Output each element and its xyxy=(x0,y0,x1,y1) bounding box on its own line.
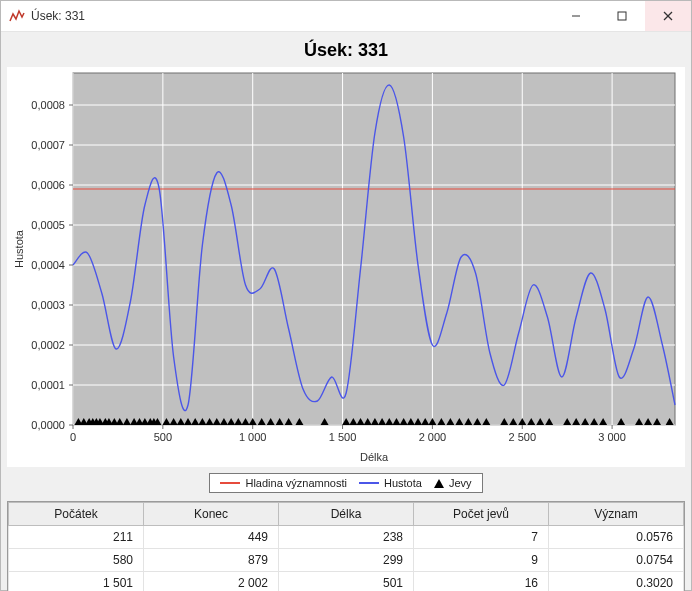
maximize-button[interactable] xyxy=(599,1,645,31)
cell-count: 16 xyxy=(414,572,549,592)
svg-text:3 000: 3 000 xyxy=(598,431,626,443)
triangle-swatch xyxy=(434,479,444,488)
table-row[interactable]: 21144923870.0576 xyxy=(9,526,684,549)
table-row[interactable]: 1 5012 002501160.3020 xyxy=(9,572,684,592)
minimize-button[interactable] xyxy=(553,1,599,31)
cell-start: 580 xyxy=(9,549,144,572)
chart-svg: 05001 0001 5002 0002 5003 0000,00000,000… xyxy=(7,67,685,467)
results-table: Počátek Konec Délka Počet jevů Význam 21… xyxy=(7,501,685,591)
svg-text:2 500: 2 500 xyxy=(508,431,536,443)
col-signif[interactable]: Význam xyxy=(549,503,684,526)
cell-start: 211 xyxy=(9,526,144,549)
legend-box: Hladina významnosti Hustota Jevy xyxy=(209,473,482,493)
table-header-row: Počátek Konec Délka Počet jevů Význam xyxy=(9,503,684,526)
svg-text:0,0005: 0,0005 xyxy=(31,219,65,231)
svg-text:0,0000: 0,0000 xyxy=(31,419,65,431)
svg-text:0,0003: 0,0003 xyxy=(31,299,65,311)
cell-signif: 0.0754 xyxy=(549,549,684,572)
titlebar[interactable]: Úsek: 331 xyxy=(1,1,691,32)
col-length[interactable]: Délka xyxy=(279,503,414,526)
svg-text:2 000: 2 000 xyxy=(419,431,447,443)
svg-text:Hustota: Hustota xyxy=(13,229,25,268)
chart-title: Úsek: 331 xyxy=(7,40,685,61)
line-swatch-red xyxy=(220,482,240,484)
svg-text:0,0002: 0,0002 xyxy=(31,339,65,351)
cell-length: 299 xyxy=(279,549,414,572)
chart: 05001 0001 5002 0002 5003 0000,00000,000… xyxy=(7,67,685,467)
svg-text:0,0004: 0,0004 xyxy=(31,259,65,271)
svg-text:1 500: 1 500 xyxy=(329,431,357,443)
close-button[interactable] xyxy=(645,1,691,31)
line-swatch-blue xyxy=(359,482,379,484)
svg-text:0: 0 xyxy=(70,431,76,443)
legend-events-label: Jevy xyxy=(449,477,472,489)
legend-events: Jevy xyxy=(434,477,472,489)
legend-density-label: Hustota xyxy=(384,477,422,489)
svg-text:0,0006: 0,0006 xyxy=(31,179,65,191)
legend-density: Hustota xyxy=(359,477,422,489)
app-icon xyxy=(9,8,25,24)
legend: Hladina významnosti Hustota Jevy xyxy=(7,471,685,497)
svg-text:Délka: Délka xyxy=(360,451,389,463)
cell-count: 9 xyxy=(414,549,549,572)
cell-signif: 0.0576 xyxy=(549,526,684,549)
svg-text:0,0001: 0,0001 xyxy=(31,379,65,391)
svg-text:500: 500 xyxy=(154,431,172,443)
table-row[interactable]: 58087929990.0754 xyxy=(9,549,684,572)
cell-end: 2 002 xyxy=(144,572,279,592)
cell-count: 7 xyxy=(414,526,549,549)
cell-length: 501 xyxy=(279,572,414,592)
app-window: Úsek: 331 Úsek: 331 05001 0001 5002 0002… xyxy=(0,0,692,591)
col-start[interactable]: Počátek xyxy=(9,503,144,526)
cell-signif: 0.3020 xyxy=(549,572,684,592)
cell-end: 879 xyxy=(144,549,279,572)
cell-length: 238 xyxy=(279,526,414,549)
svg-text:0,0007: 0,0007 xyxy=(31,139,65,151)
content-area: Úsek: 331 05001 0001 5002 0002 5003 0000… xyxy=(1,32,691,591)
legend-threshold: Hladina významnosti xyxy=(220,477,347,489)
col-count[interactable]: Počet jevů xyxy=(414,503,549,526)
cell-end: 449 xyxy=(144,526,279,549)
svg-text:0,0008: 0,0008 xyxy=(31,99,65,111)
window-title: Úsek: 331 xyxy=(31,9,85,23)
col-end[interactable]: Konec xyxy=(144,503,279,526)
cell-start: 1 501 xyxy=(9,572,144,592)
svg-text:1 000: 1 000 xyxy=(239,431,267,443)
svg-rect-1 xyxy=(618,12,626,20)
legend-threshold-label: Hladina významnosti xyxy=(245,477,347,489)
